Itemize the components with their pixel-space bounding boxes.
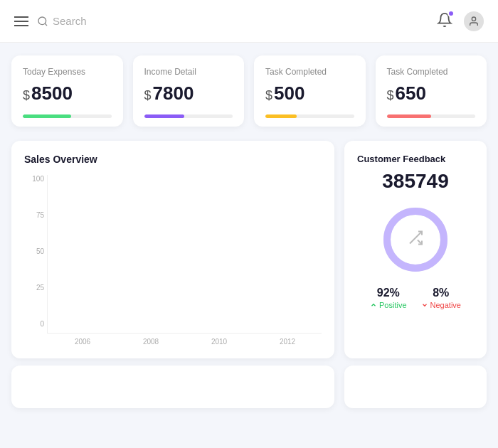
user-avatar[interactable] [464, 11, 484, 31]
customer-feedback-card: Customer Feedback 385749 92% Positive [344, 141, 487, 358]
card-value-1: $ 7800 [144, 82, 233, 105]
notification-icon[interactable] [437, 12, 452, 31]
y-label-25: 25 [24, 284, 44, 292]
amount-3: 650 [396, 82, 426, 105]
currency-0: $ [23, 88, 30, 103]
y-axis-labels: 100 75 50 25 0 [24, 175, 44, 328]
x-axis-labels: 2006 2008 2010 2012 [48, 334, 322, 346]
card-task-completed-1: Task Completed $ 500 [254, 55, 366, 127]
hamburger-icon[interactable] [14, 14, 28, 29]
card-income-detail: Income Detail $ 7800 [133, 55, 245, 127]
notification-dot [447, 10, 455, 17]
user-icon [468, 16, 480, 27]
currency-2: $ [265, 88, 272, 103]
card-today-expenses: Today Expenses $ 8500 [11, 55, 123, 127]
stat-negative: 8% Negative [421, 287, 461, 309]
progress-fill-2 [265, 114, 297, 118]
sales-overview-card: Sales Overview 100 75 50 25 0 [11, 141, 334, 358]
card-value-0: $ 8500 [23, 82, 112, 105]
bottom-card-left [11, 366, 334, 408]
card-task-completed-2: Task Completed $ 650 [376, 55, 487, 127]
svg-line-1 [45, 23, 47, 26]
card-label-0: Today Expenses [23, 67, 112, 77]
search-icon [37, 16, 48, 27]
stat-positive: 92% Positive [370, 287, 407, 309]
amount-2: 500 [274, 82, 304, 105]
x-label-2012: 2012 [253, 338, 322, 346]
currency-1: $ [144, 88, 152, 103]
sales-title: Sales Overview [24, 154, 322, 165]
x-label-2008: 2008 [117, 338, 185, 346]
y-label-100: 100 [24, 175, 44, 183]
card-label-3: Task Completed [387, 67, 476, 77]
negative-pct: 8% [433, 287, 449, 299]
chart-body: 2006 2008 2010 2012 [47, 175, 322, 346]
main-content: Sales Overview 100 75 50 25 0 [0, 134, 498, 366]
progress-fill-1 [144, 114, 184, 118]
arrow-up-icon [370, 302, 377, 309]
progress-bar-1 [144, 114, 233, 118]
card-label-2: Task Completed [265, 67, 354, 77]
feedback-title: Customer Feedback [357, 154, 445, 164]
amount-0: 8500 [31, 82, 73, 105]
arrow-down-icon [421, 302, 428, 309]
shuffle-icon [407, 230, 424, 250]
positive-pct: 92% [377, 287, 400, 299]
svg-point-0 [38, 17, 46, 25]
progress-fill-3 [387, 114, 431, 118]
cards-row: Today Expenses $ 8500 Income Detail $ 78… [0, 43, 498, 134]
feedback-number: 385749 [382, 170, 448, 193]
header-right [437, 11, 484, 31]
feedback-stats: 92% Positive 8% Negative [357, 287, 474, 309]
chart-area: 100 75 50 25 0 [24, 175, 322, 346]
search-label: Search [53, 15, 87, 27]
card-value-2: $ 500 [265, 82, 354, 105]
y-label-75: 75 [24, 211, 44, 219]
bottom-card-right [344, 366, 487, 408]
progress-fill-0 [23, 114, 71, 118]
header-left: Search [14, 14, 425, 29]
bottom-row [0, 366, 498, 415]
header: Search [0, 0, 498, 43]
svg-point-2 [472, 17, 475, 21]
y-label-50: 50 [24, 247, 44, 255]
amount-1: 7800 [153, 82, 194, 105]
currency-3: $ [387, 88, 394, 103]
card-label-1: Income Detail [144, 67, 233, 77]
positive-label: Positive [370, 301, 407, 309]
bars-container [47, 175, 322, 334]
donut-chart [380, 204, 451, 275]
card-value-3: $ 650 [387, 82, 476, 105]
x-label-2010: 2010 [185, 338, 253, 346]
search-area[interactable]: Search [37, 15, 87, 27]
x-label-2006: 2006 [48, 338, 117, 346]
progress-bar-3 [387, 114, 476, 118]
y-label-0: 0 [24, 320, 44, 328]
progress-bar-0 [23, 114, 112, 118]
negative-label: Negative [421, 301, 461, 309]
progress-bar-2 [265, 114, 354, 118]
